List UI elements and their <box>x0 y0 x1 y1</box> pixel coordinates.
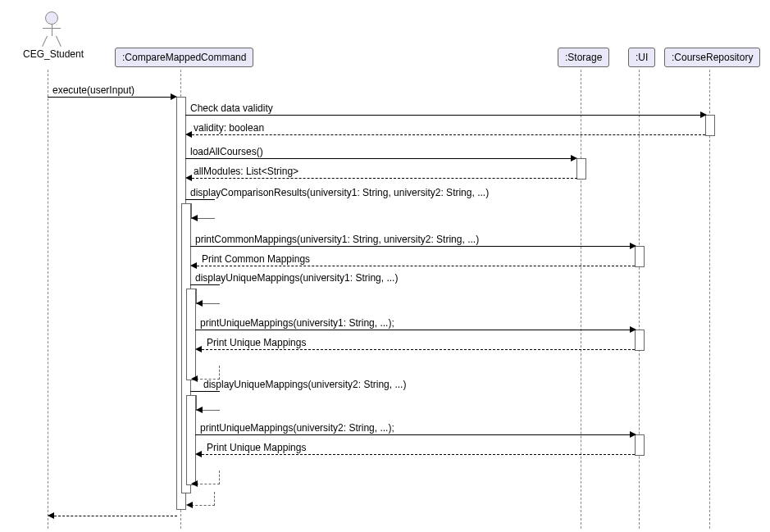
sequence-diagram: CEG_Student :CompareMappedCommand :Stora… <box>8 8 763 532</box>
msg-final-return <box>48 507 177 518</box>
lifeline-repo <box>709 70 710 529</box>
msg-display-comparison-arrow <box>185 209 215 221</box>
msg-display-unique1: displayUniqueMappings(university1: Strin… <box>190 275 436 287</box>
lifeline-actor <box>48 70 48 529</box>
participant-storage: :Storage <box>558 48 609 67</box>
msg-execute: execute(userInput) <box>48 88 177 99</box>
msg-print-common-return: Print Common Mappings <box>190 257 636 268</box>
msg-print-unique1-return: Print Unique Mappings <box>195 340 636 352</box>
msg-return-unique2-arrow <box>190 475 220 486</box>
actor-ceg-student: CEG_Student <box>23 11 80 60</box>
participant-course-repository: :CourseRepository <box>664 48 760 67</box>
lifeline-storage <box>581 70 581 529</box>
actor-icon <box>43 11 61 46</box>
msg-print-unique2-return: Print Unique Mappings <box>195 445 636 457</box>
msg-display-comparison: displayComparisonResults(university1: St… <box>185 190 513 202</box>
msg-display-unique1-arrow <box>190 294 220 306</box>
participant-ui: :UI <box>628 48 655 67</box>
msg-load-courses: loadAllCourses() <box>185 149 577 161</box>
lifeline-ui <box>639 70 640 529</box>
msg-display-unique2: displayUniqueMappings(university2: Strin… <box>190 382 436 393</box>
msg-print-unique2: printUniqueMappings(university2: String,… <box>195 425 636 437</box>
participant-compare-command: :CompareMappedCommand <box>115 48 253 67</box>
actor-label: CEG_Student <box>23 48 80 60</box>
activation-storage <box>576 158 586 180</box>
msg-return-display-arrow <box>185 496 215 507</box>
msg-print-common: printCommonMappings(university1: String,… <box>190 237 636 248</box>
msg-print-unique1: printUniqueMappings(university1: String,… <box>195 321 636 332</box>
msg-validity-return: validity: boolean <box>185 125 707 137</box>
msg-display-unique2-arrow <box>190 401 220 412</box>
msg-allmodules-return: allModules: List<String> <box>185 169 577 180</box>
msg-check-validity: Check data validity <box>185 106 707 117</box>
